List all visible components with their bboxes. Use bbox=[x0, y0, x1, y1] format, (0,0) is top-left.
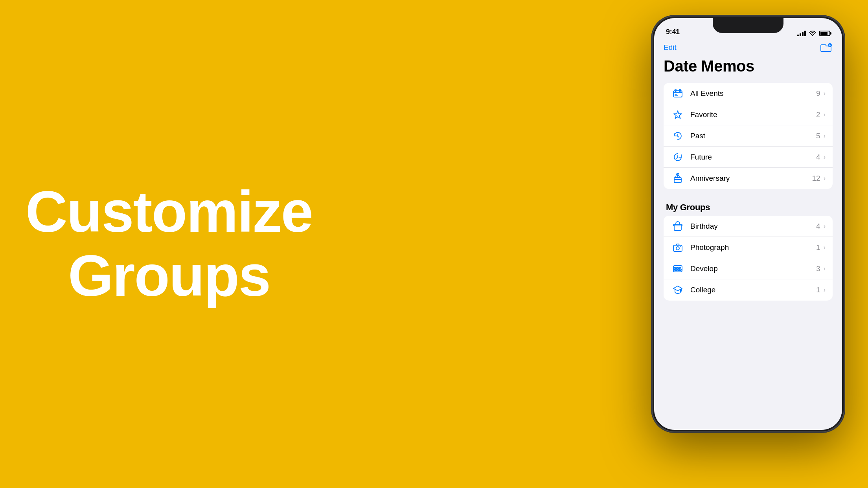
svg-rect-9 bbox=[673, 266, 682, 272]
list-item-past[interactable]: Past 5 › bbox=[664, 125, 833, 147]
app-nav: Edit bbox=[664, 39, 833, 57]
svg-rect-3 bbox=[675, 89, 676, 92]
svg-point-0 bbox=[812, 35, 813, 36]
college-chevron: › bbox=[824, 286, 826, 294]
future-icon bbox=[671, 150, 685, 164]
list-item-all-events[interactable]: All Events 9 › bbox=[664, 83, 833, 104]
svg-rect-14 bbox=[675, 269, 676, 270]
svg-rect-10 bbox=[675, 267, 676, 268]
svg-rect-12 bbox=[678, 267, 679, 268]
birthday-count: 4 bbox=[816, 222, 820, 231]
svg-rect-15 bbox=[676, 269, 677, 270]
svg-point-7 bbox=[676, 247, 679, 250]
anniversary-count: 12 bbox=[812, 174, 820, 183]
svg-point-8 bbox=[680, 246, 681, 247]
birthday-label: Birthday bbox=[690, 222, 816, 231]
svg-rect-5 bbox=[674, 178, 681, 183]
photograph-count: 1 bbox=[816, 243, 820, 252]
favorite-label: Favorite bbox=[690, 110, 816, 119]
develop-label: Develop bbox=[690, 264, 816, 273]
hero-title: Customize Groups bbox=[26, 180, 313, 308]
svg-rect-11 bbox=[676, 267, 677, 268]
college-label: College bbox=[690, 286, 816, 294]
future-count: 4 bbox=[816, 153, 820, 161]
svg-rect-4 bbox=[679, 89, 680, 92]
list-item-birthday[interactable]: Birthday 4 › bbox=[664, 216, 833, 237]
svg-rect-13 bbox=[679, 267, 680, 268]
phone-outer: 9:41 bbox=[652, 16, 844, 432]
past-count: 5 bbox=[816, 132, 820, 140]
list-item-anniversary[interactable]: Anniversary 12 › bbox=[664, 168, 833, 189]
photograph-icon bbox=[671, 240, 685, 255]
phone-screen: 9:41 bbox=[654, 18, 842, 430]
birthday-icon bbox=[671, 219, 685, 233]
svg-rect-2 bbox=[673, 91, 682, 97]
edit-button[interactable]: Edit bbox=[664, 43, 677, 52]
signal-bars-icon bbox=[797, 31, 806, 36]
develop-count: 3 bbox=[816, 264, 820, 273]
svg-rect-6 bbox=[673, 245, 682, 251]
hero-section: Customize Groups bbox=[0, 0, 338, 488]
photograph-chevron: › bbox=[824, 244, 826, 251]
anniversary-label: Anniversary bbox=[690, 174, 812, 183]
birthday-chevron: › bbox=[824, 223, 826, 230]
new-folder-button[interactable] bbox=[820, 42, 833, 53]
my-groups-header: My Groups bbox=[664, 194, 833, 216]
phone-mockup: 9:41 bbox=[652, 16, 844, 471]
all-events-label: All Events bbox=[690, 89, 816, 98]
list-item-future[interactable]: Future 4 › bbox=[664, 147, 833, 168]
status-icons bbox=[797, 31, 830, 36]
college-icon bbox=[671, 283, 685, 297]
app-content: Edit Date Memos bbox=[654, 39, 842, 430]
photograph-label: Photograph bbox=[690, 243, 816, 252]
wifi-icon bbox=[809, 31, 816, 36]
status-time: 9:41 bbox=[666, 28, 680, 36]
list-item-favorite[interactable]: Favorite 2 › bbox=[664, 104, 833, 125]
favorite-chevron: › bbox=[824, 111, 826, 118]
all-events-count: 9 bbox=[816, 89, 820, 98]
svg-rect-17 bbox=[679, 269, 681, 270]
anniversary-icon bbox=[671, 171, 685, 185]
past-icon bbox=[671, 129, 685, 143]
past-chevron: › bbox=[824, 132, 826, 139]
anniversary-chevron: › bbox=[824, 175, 826, 182]
future-label: Future bbox=[690, 153, 816, 161]
my-groups-section: Birthday 4 › Photograph 1 › bbox=[664, 216, 833, 301]
develop-chevron: › bbox=[824, 265, 826, 272]
favorite-count: 2 bbox=[816, 110, 820, 119]
future-chevron: › bbox=[824, 154, 826, 161]
svg-rect-16 bbox=[678, 269, 679, 270]
list-item-college[interactable]: College 1 › bbox=[664, 279, 833, 301]
phone-notch bbox=[713, 18, 783, 33]
all-events-chevron: › bbox=[824, 90, 826, 97]
page-title: Date Memos bbox=[664, 57, 833, 75]
all-events-icon bbox=[671, 86, 685, 101]
list-item-photograph[interactable]: Photograph 1 › bbox=[664, 237, 833, 258]
past-label: Past bbox=[690, 132, 816, 140]
college-count: 1 bbox=[816, 286, 820, 294]
battery-icon bbox=[819, 31, 830, 36]
develop-icon bbox=[671, 262, 685, 276]
default-groups-section: All Events 9 › Favorite 2 › bbox=[664, 83, 833, 189]
list-item-develop[interactable]: Develop 3 › bbox=[664, 258, 833, 279]
favorite-icon bbox=[671, 108, 685, 122]
